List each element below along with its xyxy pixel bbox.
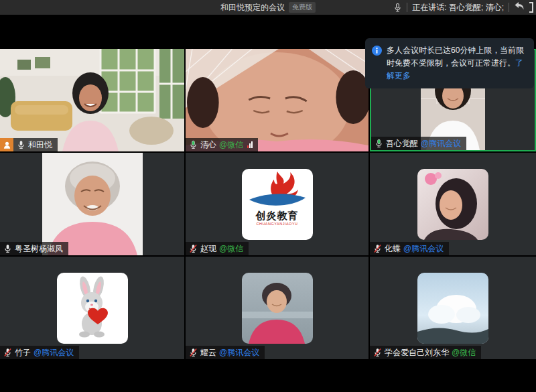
avatar: [417, 169, 488, 240]
signal-strength-icon: [247, 141, 253, 148]
video-tile-liudonghua[interactable]: 学会爱自己刘东华@微信: [370, 257, 536, 359]
mic-speaking-icon: [189, 140, 198, 149]
logo-subtitle: CHUANGYANJIAOYU: [256, 222, 297, 226]
rabbit-illustration: [57, 273, 128, 344]
platform-suffix: @腾讯会议: [421, 138, 461, 149]
avatar: [417, 273, 488, 344]
platform-suffix: @微信: [452, 347, 476, 358]
meeting-title: 和田悦预定的会议: [220, 2, 285, 13]
reply-arrow-icon[interactable]: [514, 1, 525, 13]
mic-on-icon: [3, 244, 12, 253]
duration-banner: 多人会议时长已达60分钟上限，当前限时免费不受限制，会议可正常进行。了解更多: [365, 38, 534, 88]
video-tile-qingxin[interactable]: 清心@微信: [186, 49, 368, 151]
titlebar: 和田悦预定的会议 免费版 正在讲话: 吾心觉醒; 清心;: [0, 0, 536, 15]
avatar: 创炎教育 CHUANGYANJIAOYU: [242, 169, 313, 240]
platform-suffix: @腾讯会议: [34, 347, 74, 358]
person-icon: [3, 141, 11, 149]
name-label: 竹子@腾讯会议: [0, 346, 79, 359]
participant-name: 耀云: [200, 347, 216, 358]
video-feed-illustration: [42, 153, 143, 255]
video-grid: 和田悦: [0, 49, 536, 359]
participant-name: 赵现: [200, 243, 216, 255]
platform-suffix: @腾讯会议: [219, 347, 259, 358]
name-label: 耀云@腾讯会议: [186, 346, 265, 359]
video-feed-illustration: [186, 49, 368, 151]
name-label: 和田悦: [0, 138, 58, 151]
logo-title: 创炎教育: [256, 210, 299, 220]
title-group: 和田悦预定的会议 免费版: [220, 2, 316, 13]
name-label: 化蝶@腾讯会议: [370, 242, 449, 255]
mic-speaking-icon: [375, 139, 383, 148]
speaking-status: 正在讲话: 吾心觉醒; 清心;: [412, 2, 504, 13]
mic-muted-icon: [189, 244, 198, 253]
microphone-icon[interactable]: [393, 3, 402, 13]
video-feed-illustration: [0, 49, 184, 151]
participant-name: 和田悦: [28, 139, 52, 151]
video-tile-yangshufeng[interactable]: 粤圣树杨淑凤: [0, 153, 184, 255]
participant-name: 化蝶: [385, 243, 401, 255]
name-label: 粤圣树杨淑凤: [0, 242, 68, 255]
avatar: [242, 273, 313, 344]
meeting-window: 和田悦预定的会议 免费版 正在讲话: 吾心觉醒; 清心;: [0, 0, 536, 392]
name-label: 赵现@微信: [186, 242, 249, 255]
platform-suffix: @微信: [219, 243, 243, 255]
sky-illustration: [417, 273, 488, 344]
exit-fullscreen-icon[interactable]: [529, 2, 533, 13]
participant-name: 清心: [200, 139, 216, 151]
video-tile-yaoyun[interactable]: 耀云@腾讯会议: [186, 257, 368, 359]
banner-message: 多人会议时长已达60分钟上限，当前限时免费不受限制，会议可正常进行。: [387, 46, 524, 68]
video-tile-zhuzi[interactable]: 竹子@腾讯会议: [0, 257, 184, 359]
participant-name: 学会爱自己刘东华: [385, 347, 449, 358]
video-tile-hetianyue[interactable]: 和田悦: [0, 49, 184, 151]
avatar: [57, 273, 128, 344]
mic-muted-icon: [373, 244, 382, 253]
participant-name: 竹子: [15, 347, 31, 358]
divider: [407, 3, 407, 12]
name-label: 吾心觉醒@腾讯会议: [371, 137, 466, 150]
info-icon: [372, 46, 382, 82]
platform-suffix: @微信: [219, 139, 243, 151]
mic-muted-icon: [189, 348, 198, 357]
avatar-illustration: [417, 169, 488, 240]
mic-on-icon: [17, 140, 25, 149]
mic-muted-icon: [3, 348, 12, 357]
mic-muted-icon: [373, 348, 382, 357]
name-label: 清心@微信: [186, 138, 258, 151]
divider: [509, 3, 509, 12]
host-badge: [0, 138, 13, 151]
name-label: 学会爱自己刘东华@微信: [370, 346, 481, 359]
avatar-illustration: [242, 273, 313, 344]
company-logo-icon: [243, 169, 312, 210]
banner-text: 多人会议时长已达60分钟上限，当前限时免费不受限制，会议可正常进行。了解更多: [387, 44, 527, 82]
participant-name: 吾心觉醒: [386, 138, 418, 149]
video-tile-huadie[interactable]: 化蝶@腾讯会议: [370, 153, 536, 255]
participant-name: 粤圣树杨淑凤: [15, 243, 63, 255]
free-version-badge: 免费版: [289, 2, 316, 13]
video-tile-zhaoxian[interactable]: 创炎教育 CHUANGYANJIAOYU 赵现@微信: [186, 153, 368, 255]
titlebar-right: 正在讲话: 吾心觉醒; 清心;: [393, 0, 533, 15]
platform-suffix: @腾讯会议: [403, 243, 444, 255]
